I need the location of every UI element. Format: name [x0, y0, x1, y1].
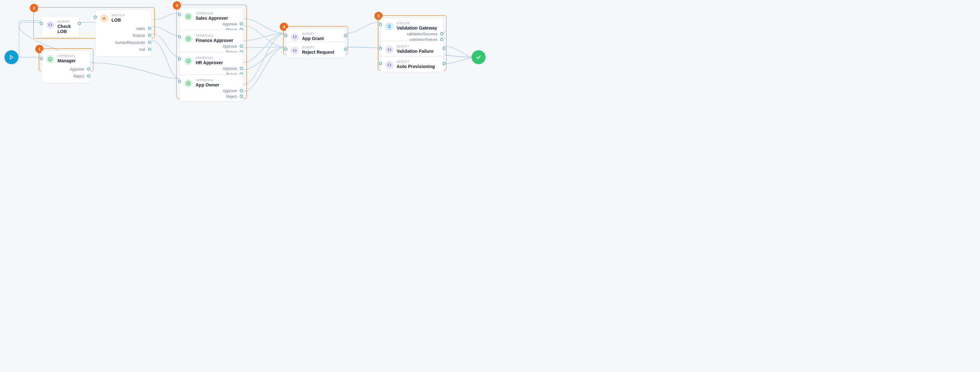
input-port[interactable]	[284, 34, 287, 37]
node-title: Auto Provisioning	[397, 64, 439, 69]
node-type: APPROVAL	[57, 54, 86, 57]
output-null[interactable]: null	[111, 46, 145, 53]
node-auto-provisioning[interactable]: SCRIPT Auto Provisioning	[380, 56, 444, 72]
node-type: SCRIPT	[397, 45, 439, 48]
input-port[interactable]	[178, 35, 181, 38]
output-approve[interactable]: Approve	[196, 43, 237, 49]
script-icon	[291, 33, 299, 41]
approval-icon	[184, 13, 192, 21]
check-icon	[476, 54, 481, 60]
input-port[interactable]	[40, 22, 43, 25]
output-approve[interactable]: Approve	[196, 21, 237, 27]
node-type: APPROVAL	[196, 78, 239, 82]
node-title: LOB	[111, 18, 147, 22]
node-title: HR Approver	[196, 60, 239, 65]
input-port[interactable]	[379, 62, 382, 65]
output-approve[interactable]: Approve	[57, 66, 84, 73]
node-title: Check LOB	[57, 24, 75, 34]
node-title: Validation Gateway	[397, 26, 439, 30]
node-type: SWITCH	[111, 14, 147, 17]
output-sales[interactable]: sales	[111, 25, 145, 32]
approval-icon	[46, 55, 54, 63]
node-type: SCRIPT	[302, 32, 341, 35]
node-title: Manager	[57, 58, 86, 63]
script-icon	[291, 46, 299, 55]
ifelse-icon	[385, 22, 393, 30]
play-icon	[9, 55, 14, 60]
input-port[interactable]	[379, 47, 382, 50]
node-check-lob[interactable]: SCRIPT Check LOB	[41, 16, 80, 38]
output-finance[interactable]: finance	[111, 32, 145, 39]
input-port[interactable]	[284, 48, 287, 51]
node-type: SCRIPT	[397, 60, 439, 63]
output-port[interactable]	[344, 34, 347, 37]
output-reject[interactable]: Reject	[196, 94, 237, 99]
end-node[interactable]	[472, 50, 485, 64]
output-reject[interactable]: Reject	[57, 73, 84, 80]
input-port[interactable]	[94, 16, 97, 19]
node-type: IF/ELSE	[397, 22, 439, 25]
output-validation-success[interactable]: validationSuccess	[397, 31, 437, 37]
node-app-owner[interactable]: APPROVAL App Owner Approve Reject	[180, 74, 243, 102]
node-reject-request[interactable]: SCRIPT Reject Request	[286, 42, 345, 58]
approval-icon	[184, 79, 192, 88]
node-type: APPROVAL	[196, 34, 239, 37]
node-type: SCRIPT	[57, 20, 75, 23]
script-icon	[46, 21, 54, 29]
output-port[interactable]	[442, 62, 445, 65]
script-icon	[385, 61, 393, 69]
output-port[interactable]	[442, 47, 445, 50]
input-port[interactable]	[379, 23, 382, 26]
input-port[interactable]	[178, 80, 181, 83]
node-validation-failure[interactable]: SCRIPT Validation Failure	[380, 41, 444, 57]
input-port[interactable]	[40, 57, 43, 60]
switch-icon	[100, 14, 108, 22]
node-title: Finance Approver	[196, 38, 239, 43]
node-title: Reject Request	[302, 49, 341, 55]
output-approve[interactable]: Approve	[196, 66, 237, 72]
node-switch-lob[interactable]: SWITCH LOB sales finance humanResources …	[95, 10, 152, 57]
script-icon	[385, 45, 393, 54]
output-port[interactable]	[78, 22, 81, 25]
output-port[interactable]	[344, 48, 347, 51]
start-node[interactable]	[5, 50, 18, 64]
approval-icon	[184, 35, 192, 43]
node-title: Validation Failure	[397, 49, 439, 54]
node-title: Sales Approver	[196, 16, 239, 21]
node-manager[interactable]: APPROVAL Manager Approve Reject	[41, 50, 91, 83]
node-type: SCRIPT	[302, 46, 341, 49]
output-approve[interactable]: Approve	[196, 88, 237, 94]
input-port[interactable]	[178, 57, 181, 61]
node-type: APPROVAL	[196, 56, 239, 59]
node-type: APPROVAL	[196, 12, 239, 15]
approval-icon	[184, 57, 192, 65]
input-port[interactable]	[178, 13, 181, 16]
output-human-resources[interactable]: humanResources	[111, 39, 145, 46]
group-badge-2: 2	[30, 4, 38, 12]
node-title: App Owner	[196, 82, 239, 88]
